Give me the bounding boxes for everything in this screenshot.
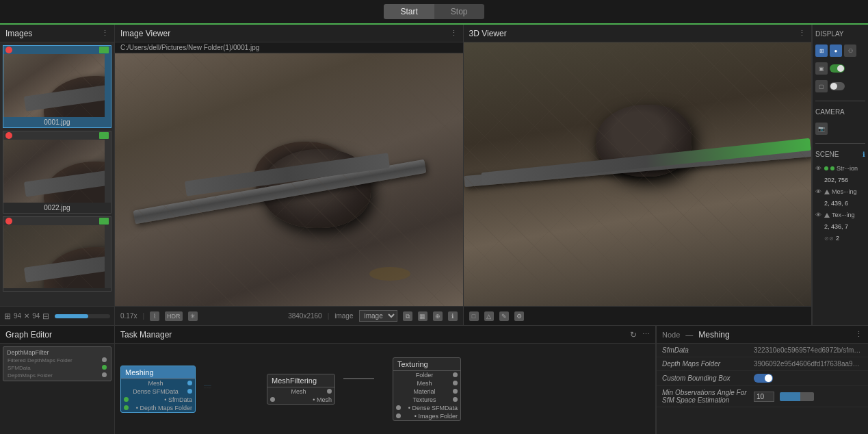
scene-meshing-row: 👁 Mes···ing <box>815 188 865 195</box>
images-panel-menu-icon[interactable]: ⋮ <box>101 29 109 38</box>
image-viewer-menu-icon[interactable]: ⋮ <box>450 29 458 38</box>
viewer3d-menu-icon[interactable]: ⋮ <box>798 29 806 38</box>
props-slider-minobs[interactable] <box>780 392 814 401</box>
props-value-sfmdata: 322310e0c5969574ed6972b/sfm.abc <box>754 346 863 354</box>
props-label-minobs: Min Observations Angle For SfM Space Est… <box>662 389 751 404</box>
meshing-visibility-icon[interactable]: 👁 <box>815 188 822 195</box>
graph-node-depthmapfilter[interactable]: DepthMapFilter Filtered DepthMaps Folder… <box>3 346 111 381</box>
image-thumb-3[interactable] <box>3 216 111 292</box>
props-value-depthmaps: 3906092e95d4606dfd1f7638aa9d25 <box>754 360 863 368</box>
scene-section-header: SCENE ℹ <box>815 151 865 158</box>
stop-button[interactable]: Stop <box>434 4 484 19</box>
footer-sep1: | <box>142 312 144 320</box>
footer-type-select[interactable]: image <box>359 310 397 322</box>
footer-sep2: | <box>328 312 330 320</box>
graph-editor-title: Graph Editor <box>5 330 52 340</box>
task-node-meshfiltering[interactable]: MeshFiltering Mesh • Mesh <box>267 374 335 405</box>
task-port-mf-mesh-out: Mesh <box>267 387 334 396</box>
image-viewer-content[interactable] <box>115 53 463 306</box>
port-tex-folder-label: Folder <box>416 372 434 379</box>
footer-chart-icon[interactable]: ▦ <box>418 311 428 321</box>
footer-copy-icon[interactable]: ⧉ <box>403 311 412 321</box>
task-manager-controls: ↻ ⋯ <box>630 330 650 340</box>
thumb3-video-icon <box>99 218 109 225</box>
3d-cracks <box>464 42 812 325</box>
structure-green-dot2 <box>830 166 834 170</box>
task-port-densesfm-out: Dense SFMData <box>121 387 195 396</box>
props-input-minobs[interactable] <box>754 392 774 402</box>
divider-2 <box>815 143 865 144</box>
graph-port-row-1: Filtered DepthMaps Folder <box>6 357 108 364</box>
thumb1-cracks <box>3 54 105 117</box>
graph-port-depthmaps: DepthMaps Folder <box>8 372 53 379</box>
thumb1-scene <box>3 54 105 117</box>
scene-title: SCENE <box>815 151 839 158</box>
props-toggle-boundingbox[interactable] <box>754 374 773 383</box>
display-grid-icon[interactable]: ⊞ <box>815 44 828 57</box>
3d-scene <box>464 42 812 325</box>
3d-square-icon[interactable]: □ <box>469 311 479 321</box>
scene-texturing-value-row: 2, 436, 7 <box>815 223 865 230</box>
3d-gear-icon[interactable]: ⚙ <box>514 311 524 321</box>
texturing-visibility-icon[interactable]: 👁 <box>815 212 822 218</box>
structure-visibility-icon[interactable]: 👁 <box>815 165 822 172</box>
image-thumb-2[interactable]: 0022.jpg <box>3 131 111 214</box>
graph-node-label: DepthMapFilter <box>6 348 108 357</box>
task-manager-title: Task Manager <box>120 330 172 340</box>
task-port-tex-densesfm-in: • Dense SFMData <box>393 404 460 412</box>
images-slider[interactable] <box>55 314 110 318</box>
footer-hdr-badge[interactable]: HDR <box>165 311 183 321</box>
task-menu-icon[interactable]: ⋯ <box>642 330 650 339</box>
camera-icon[interactable]: 📷 <box>815 123 828 135</box>
images-panel-header: Images ⋮ <box>0 25 114 42</box>
display-film-icon2[interactable]: ▢ <box>815 80 828 92</box>
graph-port-dot-1 <box>102 357 107 362</box>
port-tex-densesfm-in-label: • Dense SFMData <box>408 405 458 411</box>
task-node-texturing[interactable]: Texturing Folder Mesh Material <box>393 357 461 421</box>
thumb3-image <box>3 225 105 288</box>
start-button[interactable]: Start <box>384 4 434 19</box>
image-viewer-footer: 0.17x | ⌇ HDR ✳ 3840x2160 | image image … <box>115 306 463 325</box>
footer-hatch-icon[interactable]: ⌇ <box>150 311 159 321</box>
task-refresh-icon[interactable]: ↻ <box>630 330 637 340</box>
images-panel-title: Images <box>5 29 32 38</box>
image-viewer-header: Image Viewer ⋮ <box>115 25 463 42</box>
3d-pencil-icon[interactable]: ✎ <box>499 311 509 321</box>
props-row-minobs: Min Observations Angle For SfM Space Est… <box>657 386 868 407</box>
display-person-icon[interactable]: ⚇ <box>844 44 856 57</box>
footer-info-icon[interactable]: ℹ <box>448 311 458 321</box>
port-mf-in-dot <box>270 397 275 402</box>
display-film-icon[interactable]: ▣ <box>815 62 828 75</box>
display-circle-icon[interactable]: ● <box>830 44 842 57</box>
task-manager-header: Task Manager ↻ ⋯ <box>115 326 655 344</box>
props-label-sfmdata: SfmData <box>662 346 751 354</box>
props-node-name: Meshing <box>698 330 729 340</box>
props-header: Node — Meshing ⋮ <box>657 326 868 344</box>
display-toggle-2[interactable] <box>830 82 845 90</box>
images-x-icon: ✕ <box>24 312 29 320</box>
3d-triangle-icon[interactable]: △ <box>484 311 494 321</box>
structure-green-dot <box>824 166 828 170</box>
port-mesh-dot <box>187 381 192 385</box>
image-viewer-panel: Image Viewer ⋮ C:/Users/dell/Pictures/Ne… <box>115 25 464 325</box>
thumb1-label: 0001.jpg <box>3 117 111 127</box>
props-menu-icon[interactable]: ⋮ <box>855 330 863 339</box>
task-graph-svg <box>204 355 259 423</box>
task-port-depthmaps-in: • Depth Maps Folder <box>121 404 195 412</box>
task-node-meshing-header: Meshing <box>121 366 195 379</box>
images-grid-icon[interactable]: ⊞ <box>4 311 11 321</box>
thumb1-header <box>3 46 111 54</box>
footer-globe-icon[interactable]: ⊕ <box>433 311 443 321</box>
scene-info-icon[interactable]: ℹ <box>863 151 865 158</box>
divider-1 <box>815 101 865 101</box>
task-port-tex-textures-out: Textures <box>393 396 460 404</box>
image-thumb-1[interactable]: 0001.jpg <box>3 45 111 128</box>
footer-zoom: 0.17x <box>120 312 137 320</box>
display-toggle-1[interactable] <box>830 64 845 73</box>
task-node-meshing[interactable]: Meshing Mesh Dense SFMData • SfmData <box>120 366 196 413</box>
viewer3d-content[interactable]: □ △ ✎ ⚙ <box>464 42 812 325</box>
footer-asterisk-icon[interactable]: ✳ <box>188 311 198 321</box>
thumb2-image <box>3 140 105 203</box>
images-grid-icon2[interactable]: ⊟ <box>42 311 49 321</box>
footer-type: image <box>334 312 353 320</box>
